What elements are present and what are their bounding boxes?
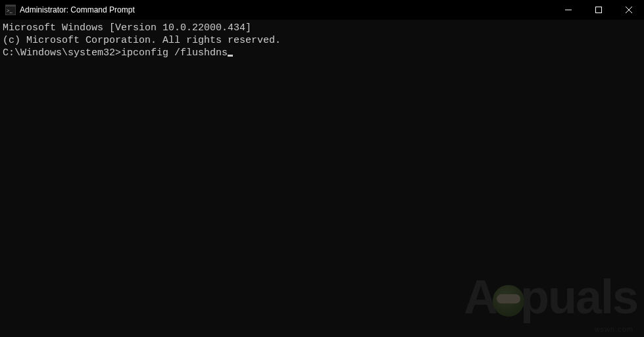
titlebar[interactable]: >_ Administrator: Command Prompt <box>0 0 644 20</box>
cmd-icon: >_ <box>5 5 16 15</box>
svg-rect-4 <box>596 7 602 13</box>
maximize-button[interactable] <box>583 0 614 20</box>
command-prompt-window: >_ Administrator: Command Prompt Microso… <box>0 0 644 337</box>
svg-text:>_: >_ <box>7 8 13 14</box>
terminal-body[interactable]: Microsoft Windows [Version 10.0.22000.43… <box>0 20 644 337</box>
prompt-path: C:\Windows\system32> <box>3 47 121 60</box>
version-line: Microsoft Windows [Version 10.0.22000.43… <box>3 22 641 35</box>
typed-command: ipconfig /flushdns <box>121 47 228 60</box>
window-title: Administrator: Command Prompt <box>20 5 135 14</box>
window-controls <box>553 0 644 20</box>
titlebar-left: >_ Administrator: Command Prompt <box>5 5 135 15</box>
close-button[interactable] <box>614 0 644 20</box>
svg-rect-1 <box>5 5 16 7</box>
minimize-button[interactable] <box>553 0 583 20</box>
prompt-line: C:\Windows\system32>ipconfig /flushdns <box>3 47 641 60</box>
copyright-line: (c) Microsoft Corporation. All rights re… <box>3 35 641 47</box>
text-cursor <box>228 55 233 57</box>
